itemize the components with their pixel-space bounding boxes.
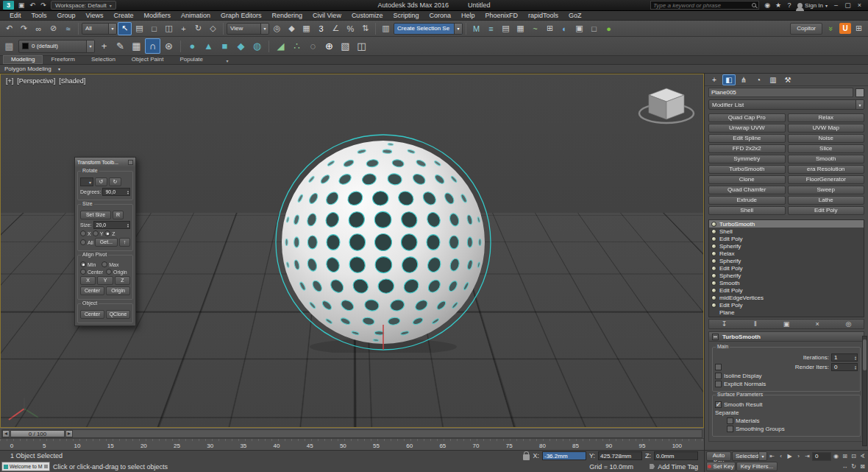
materials-checkbox[interactable] (727, 418, 733, 424)
undo-icon[interactable]: ↶ (27, 1, 38, 10)
pivot-max-radio[interactable] (102, 261, 107, 267)
box-primitive-icon[interactable]: ■ (217, 38, 232, 54)
help-search[interactable] (650, 1, 759, 10)
mirror-tool-icon[interactable]: ◫ (354, 38, 369, 54)
schematic-view-icon[interactable]: ⊞ (543, 22, 557, 35)
size-spinner[interactable]: 20,0 (93, 221, 130, 229)
play-animation-icon[interactable]: ▶ (786, 452, 794, 461)
modifier-enable-icon[interactable] (711, 251, 716, 256)
viewport-shading-menu[interactable]: [Shaded] (59, 77, 85, 85)
modifier-enable-icon[interactable] (711, 288, 716, 293)
cone-primitive-icon[interactable]: ▲ (201, 38, 216, 54)
render-production-icon[interactable]: ● (602, 22, 616, 35)
communication-center-icon[interactable]: ◉ (762, 1, 772, 10)
pivot-min-radio[interactable] (80, 261, 86, 267)
display-tab[interactable]: ▥ (766, 74, 780, 85)
3ds-max-logo-icon[interactable]: 3 (3, 1, 14, 10)
modifier-stack-item[interactable]: Plane (709, 309, 864, 316)
next-frame-arrow[interactable]: ► (65, 430, 73, 437)
rotate-cw-button[interactable]: ↻ (109, 177, 121, 186)
angle-snap-icon[interactable]: ∠ (329, 22, 343, 35)
redo-icon[interactable]: ↷ (38, 1, 49, 10)
state-sets-icon[interactable]: ⊞ (852, 22, 866, 35)
size-r-button[interactable]: R (113, 211, 124, 219)
pin-stack-icon[interactable]: ↧ (719, 320, 729, 328)
modifier-stack-item[interactable]: Smooth (709, 279, 864, 286)
selection-filter-dropdown[interactable]: All (82, 23, 117, 35)
configure-modifier-sets-icon[interactable]: ◎ (844, 320, 853, 328)
modifier-preset-button[interactable]: Shell (708, 206, 786, 215)
modifier-preset-button[interactable]: Sweep (788, 186, 865, 194)
u-script-icon[interactable]: U (839, 23, 851, 34)
get-size-button[interactable]: Get... (95, 238, 118, 247)
zoom-all-icon[interactable]: ⊞ (841, 452, 849, 461)
modifier-enable-icon[interactable] (711, 266, 716, 271)
smoothing-groups-checkbox[interactable] (727, 426, 733, 432)
zoom-extents-icon[interactable]: ⊡ (850, 452, 858, 461)
grid-display-icon[interactable]: ▦ (129, 38, 144, 54)
maximize-viewport-icon[interactable]: ⊠ (858, 462, 867, 471)
modifier-stack-item[interactable]: Edit Poly (709, 264, 864, 272)
modifier-enable-icon[interactable] (711, 303, 716, 308)
select-and-scale-icon[interactable]: ◇ (206, 22, 220, 35)
panel-scrollbar[interactable] (862, 336, 867, 446)
pivot-origin-radio[interactable] (106, 269, 112, 275)
modifier-enable-icon[interactable] (711, 281, 716, 286)
turbosmooth-rollout-header[interactable]: TurboSmooth (708, 331, 864, 342)
pan-icon[interactable]: ↔ (841, 462, 849, 471)
render-iters-spinner[interactable]: 0 (831, 363, 858, 371)
gear-settings-icon[interactable]: ⊛ (161, 38, 177, 54)
maximize-button[interactable]: ▢ (842, 1, 853, 10)
modifier-preset-button[interactable]: Clone (708, 175, 786, 184)
next-frame-icon[interactable]: › (794, 452, 803, 461)
snaps-toggle-3d-icon[interactable]: 3 (314, 22, 328, 35)
z-coordinate-field[interactable] (654, 451, 698, 460)
menu-item[interactable]: GoZ (563, 11, 587, 21)
explicit-normals-checkbox[interactable] (715, 381, 722, 387)
modifier-preset-button[interactable]: FloorGenerator (788, 175, 865, 184)
menu-item[interactable]: PhoenixFD (480, 11, 523, 21)
window-crossing-icon[interactable]: ◫ (162, 22, 176, 35)
target-pick-icon[interactable]: ⊕ (321, 38, 337, 54)
favorites-icon[interactable]: ★ (773, 1, 783, 10)
select-object-icon[interactable]: ↖ (118, 22, 132, 35)
modifier-enable-icon[interactable] (711, 258, 716, 264)
edit-named-selection-sets-icon[interactable]: ▥ (379, 22, 393, 35)
pivot-x-button[interactable]: X (80, 276, 96, 285)
copitor-button[interactable]: Copitor (790, 23, 822, 35)
modifier-enable-icon[interactable] (711, 222, 716, 227)
add-time-tag[interactable]: Add Time Tag (658, 463, 698, 471)
modifier-preset-button[interactable]: FFD 2x2x2 (708, 144, 786, 153)
menu-item[interactable]: Views (81, 11, 109, 21)
time-slider-track[interactable]: ◄ 0 / 100 ► (1, 429, 702, 438)
add-layer-icon[interactable]: + (96, 38, 112, 54)
save-file-icon[interactable]: ▣ (16, 1, 26, 10)
green-chevrons-icon[interactable]: » (825, 22, 839, 35)
modifier-stack-item[interactable]: Spherify (709, 272, 864, 279)
dialog-close-icon[interactable] (128, 160, 133, 165)
percent-snap-icon[interactable]: % (344, 22, 357, 35)
menu-item[interactable]: Graph Editors (216, 11, 267, 21)
modifier-enable-icon[interactable] (711, 236, 716, 242)
spinner-snap-icon[interactable]: ⇅ (358, 22, 372, 35)
bind-to-space-warp-icon[interactable]: ≈ (61, 22, 75, 35)
material-editor-icon[interactable]: ◐ (558, 22, 572, 35)
scrollbar-thumb[interactable] (863, 339, 867, 370)
menu-item[interactable]: Modifiers (138, 11, 176, 21)
modifier-preset-button[interactable]: Quad Chamfer (708, 186, 786, 194)
select-by-name-icon[interactable]: ▤ (132, 22, 146, 35)
curve-editor-icon[interactable]: ~ (528, 22, 542, 35)
modifier-preset-button[interactable]: Noise (788, 134, 865, 143)
sign-in-button[interactable]: Sign In ▾ (797, 2, 828, 9)
object-center-button[interactable]: Center (80, 310, 104, 319)
pivot-center-radio[interactable] (80, 269, 86, 275)
pivot-z-button[interactable]: Z (115, 276, 130, 285)
size-z-radio[interactable] (104, 230, 110, 236)
x-coordinate-field[interactable] (542, 451, 586, 460)
viewport-pov-menu[interactable]: [Perspective] (17, 77, 55, 85)
modifier-enable-icon[interactable] (711, 244, 716, 249)
menu-item[interactable]: Civil View (307, 11, 346, 21)
modifier-stack-item[interactable]: midEdgeVertices (709, 294, 864, 301)
modifier-preset-button[interactable]: UVW Map (788, 124, 865, 133)
modifier-preset-button[interactable]: Lathe (788, 196, 865, 205)
